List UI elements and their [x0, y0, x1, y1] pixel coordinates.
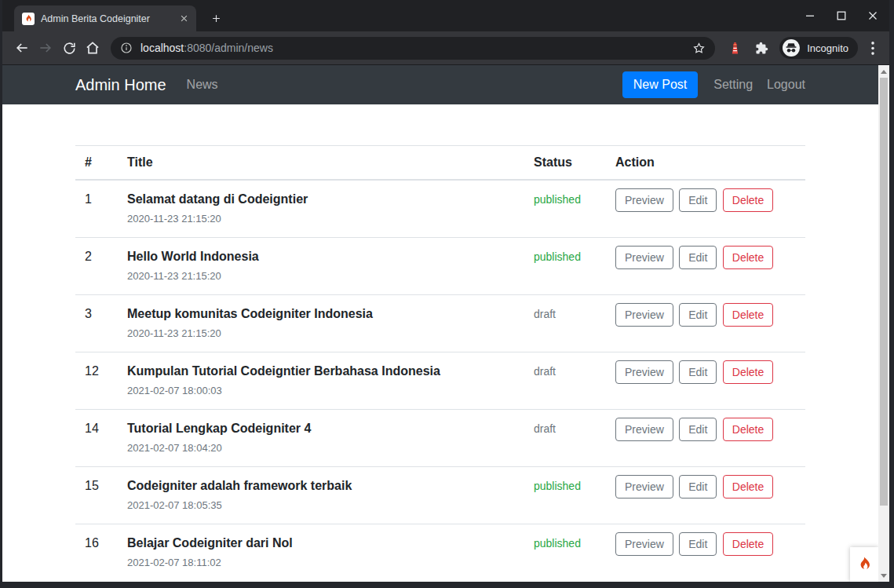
- table-row: 2 Hello World Indonesia 2020-11-23 21:15…: [75, 238, 805, 295]
- scrollbar-up-icon[interactable]: [878, 65, 889, 78]
- post-title: Tutorial Lengkap Codeigniter 4: [127, 419, 515, 438]
- delete-button[interactable]: Delete: [723, 475, 773, 499]
- edit-button[interactable]: Edit: [679, 303, 717, 327]
- edit-button[interactable]: Edit: [679, 418, 717, 441]
- forward-icon[interactable]: [34, 36, 57, 60]
- browser-toolbar: localhost:8080/admin/news Incognito: [2, 31, 889, 65]
- page-scrollbar[interactable]: [878, 65, 889, 582]
- table-row: 16 Belajar Codeigniter dari Nol 2021-02-…: [75, 524, 805, 582]
- header-action: Action: [606, 146, 805, 181]
- reload-icon[interactable]: [57, 36, 81, 60]
- extensions-puzzle-icon[interactable]: [750, 37, 772, 59]
- preview-button[interactable]: Preview: [615, 475, 673, 499]
- table-header-row: # Title Status Action: [75, 146, 805, 181]
- edit-button[interactable]: Edit: [679, 475, 717, 499]
- browser-window: Admin Berita Codeigniter: [0, 0, 894, 588]
- browser-menu-icon[interactable]: [864, 36, 881, 60]
- scrollbar-thumb[interactable]: [880, 78, 888, 506]
- home-icon[interactable]: [81, 36, 104, 60]
- maximize-icon[interactable]: [831, 8, 852, 24]
- status-badge: published: [534, 193, 581, 206]
- nav-item-news[interactable]: News: [187, 78, 218, 92]
- minimize-icon[interactable]: [800, 8, 820, 24]
- back-icon[interactable]: [10, 36, 34, 60]
- admin-navbar: Admin Home News New Post Setting Logout: [2, 65, 878, 104]
- url-text[interactable]: localhost:8080/admin/news: [140, 42, 692, 54]
- incognito-badge: Incognito: [779, 37, 858, 59]
- post-date: 2020-11-23 21:15:20: [127, 326, 515, 341]
- nav-item-logout[interactable]: Logout: [767, 78, 805, 92]
- lighthouse-extension-icon[interactable]: [724, 37, 746, 59]
- row-number: 1: [75, 180, 118, 238]
- row-number: 2: [75, 238, 118, 295]
- status-badge: draft: [534, 422, 556, 435]
- table-row: 3 Meetup komunitas Codeigniter Indonesia…: [75, 295, 805, 352]
- incognito-label: Incognito: [807, 42, 848, 54]
- table-row: 15 Codeigniter adalah framework terbaik …: [75, 467, 805, 524]
- status-badge: draft: [534, 308, 556, 320]
- row-number: 12: [75, 352, 118, 410]
- browser-tab[interactable]: Admin Berita Codeigniter: [14, 5, 196, 31]
- row-number: 14: [75, 410, 118, 467]
- url-host: localhost: [140, 42, 184, 54]
- row-number: 16: [75, 524, 118, 582]
- post-date: 2020-11-23 21:15:20: [127, 268, 515, 284]
- new-tab-icon[interactable]: [205, 7, 227, 29]
- table-row: 14 Tutorial Lengkap Codeigniter 4 2021-0…: [75, 410, 805, 467]
- codeigniter-flame-icon: [856, 556, 873, 573]
- delete-button[interactable]: Delete: [723, 188, 773, 212]
- preview-button[interactable]: Preview: [615, 360, 673, 384]
- close-icon[interactable]: [863, 8, 883, 24]
- address-bar[interactable]: localhost:8080/admin/news: [111, 37, 715, 60]
- window-controls: [800, 8, 883, 24]
- post-title: Kumpulan Tutorial Codeigntier Berbahasa …: [127, 362, 515, 381]
- header-title: Title: [118, 146, 524, 181]
- new-post-button[interactable]: New Post: [622, 71, 698, 98]
- row-number: 15: [75, 467, 118, 524]
- news-table-body: 1 Selamat datang di Codeigntier 2020-11-…: [75, 180, 805, 581]
- post-date: 2021-02-07 18:04:20: [127, 440, 515, 456]
- nav-item-setting[interactable]: Setting: [713, 78, 753, 92]
- post-title: Hello World Indonesia: [127, 247, 515, 266]
- preview-button[interactable]: Preview: [615, 532, 673, 556]
- preview-button[interactable]: Preview: [615, 188, 673, 212]
- table-row: 1 Selamat datang di Codeigntier 2020-11-…: [75, 180, 805, 238]
- url-path: :8080/admin/news: [184, 42, 273, 54]
- edit-button[interactable]: Edit: [679, 188, 717, 212]
- post-title: Belajar Codeigniter dari Nol: [127, 534, 515, 553]
- status-badge: published: [534, 537, 581, 550]
- row-number: 3: [75, 295, 118, 352]
- post-date: 2021-02-07 18:11:02: [127, 555, 515, 571]
- page-info-icon[interactable]: [120, 42, 133, 54]
- tab-close-icon[interactable]: [177, 13, 190, 25]
- tab-title: Admin Berita Codeigniter: [41, 13, 177, 24]
- tab-strip: Admin Berita Codeigniter: [2, 0, 889, 31]
- codeigniter-debugbar-toggle[interactable]: [850, 547, 878, 582]
- delete-button[interactable]: Delete: [723, 303, 773, 327]
- news-table: # Title Status Action 1 Selamat datang d…: [75, 145, 805, 581]
- delete-button[interactable]: Delete: [723, 246, 773, 269]
- post-title: Selamat datang di Codeigntier: [127, 190, 515, 209]
- navbar-brand[interactable]: Admin Home: [75, 76, 166, 94]
- delete-button[interactable]: Delete: [723, 532, 773, 556]
- edit-button[interactable]: Edit: [679, 532, 717, 556]
- codeigniter-favicon-icon: [22, 13, 35, 25]
- delete-button[interactable]: Delete: [723, 418, 773, 441]
- preview-button[interactable]: Preview: [615, 303, 673, 327]
- preview-button[interactable]: Preview: [615, 246, 673, 269]
- edit-button[interactable]: Edit: [679, 246, 717, 269]
- edit-button[interactable]: Edit: [679, 360, 717, 384]
- post-title: Codeigniter adalah framework terbaik: [127, 477, 515, 495]
- news-list-container: # Title Status Action 1 Selamat datang d…: [75, 145, 805, 581]
- post-date: 2020-11-23 21:15:20: [127, 211, 515, 227]
- header-number: #: [75, 146, 118, 181]
- scrollbar-down-icon[interactable]: [878, 569, 889, 582]
- post-date: 2021-02-07 18:05:35: [127, 498, 515, 513]
- delete-button[interactable]: Delete: [723, 360, 773, 384]
- post-title: Meetup komunitas Codeigniter Indonesia: [127, 305, 515, 323]
- header-status: Status: [524, 146, 606, 181]
- post-date: 2021-02-07 18:00:03: [127, 383, 515, 399]
- preview-button[interactable]: Preview: [615, 418, 673, 441]
- bookmark-star-icon[interactable]: [692, 42, 706, 55]
- status-badge: published: [534, 250, 581, 263]
